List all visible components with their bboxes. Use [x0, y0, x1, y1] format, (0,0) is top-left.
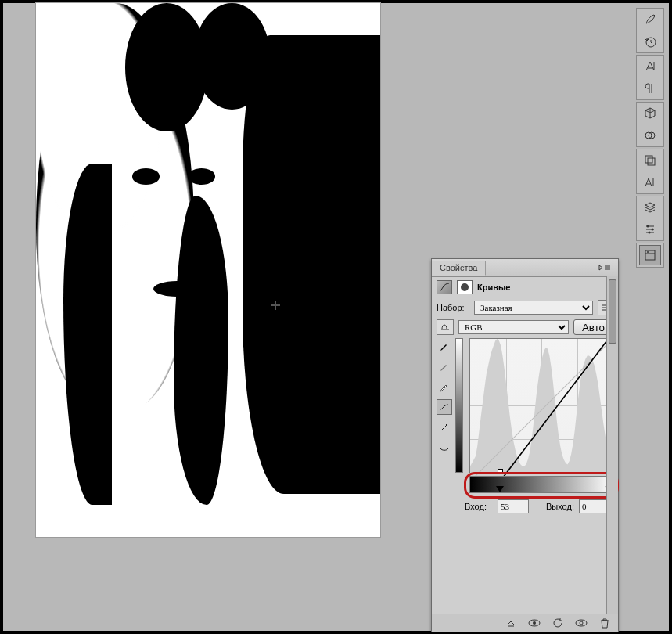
curve-draw-mode-button[interactable]	[437, 420, 452, 435]
adjustment-header: Кривые	[432, 277, 618, 297]
curves-adjustment-icon	[437, 280, 452, 294]
cube-3d-icon[interactable]	[640, 104, 660, 123]
paragraph-icon[interactable]	[640, 79, 660, 98]
app-frame: Свойства Кривые Набор: Заказная	[3, 3, 669, 631]
output-gradient	[455, 338, 463, 473]
curve-edit-mode-button[interactable]	[437, 399, 452, 415]
channel-row: RGB Авто	[432, 318, 618, 337]
properties-icon[interactable]	[639, 245, 661, 265]
brush-icon[interactable]	[640, 10, 660, 29]
adjustment-title: Кривые	[477, 283, 510, 292]
preset-label: Набор:	[437, 303, 469, 312]
preset-row: Набор: Заказная	[432, 297, 618, 318]
panel-footer	[432, 614, 618, 632]
view-previous-icon[interactable]	[527, 616, 541, 630]
document-artboard[interactable]	[36, 3, 380, 537]
smooth-curve-button[interactable]	[437, 440, 452, 456]
targeted-adjust-button[interactable]	[437, 319, 454, 335]
eyedropper-gray-icon[interactable]	[437, 358, 452, 374]
input-output-row: Вход: Выход:	[432, 495, 618, 515]
curves-tool-column	[437, 338, 451, 495]
svg-point-1	[533, 621, 536, 625]
delete-icon[interactable]	[598, 616, 612, 630]
panel-scrollbar[interactable]	[606, 276, 618, 614]
panel-menu-button[interactable]	[595, 262, 615, 273]
threshold-portrait	[36, 3, 380, 537]
adjust-icon[interactable]	[640, 220, 660, 239]
materials-icon[interactable]	[640, 126, 660, 145]
properties-panel: Свойства Кривые Набор: Заказная	[431, 258, 619, 632]
tab-properties[interactable]: Свойства	[432, 261, 486, 276]
eyedropper-white-icon[interactable]	[437, 379, 452, 394]
history-icon[interactable]	[640, 32, 660, 51]
svg-point-10	[652, 229, 654, 231]
layers-icon[interactable]	[640, 198, 660, 217]
panel-tab-bar: Свойства	[432, 259, 618, 277]
input-value-field[interactable]	[498, 499, 529, 513]
clip-to-layer-icon[interactable]	[504, 616, 518, 630]
layers-comp-icon[interactable]	[640, 151, 660, 170]
output-value-field[interactable]	[579, 499, 610, 513]
curve-line	[470, 339, 613, 481]
input-gradient-slider[interactable]	[469, 476, 613, 493]
eyedropper-black-icon[interactable]	[437, 338, 452, 354]
annotation-highlight	[464, 472, 619, 499]
channel-select[interactable]: RGB	[458, 320, 569, 334]
curves-graph[interactable]	[469, 338, 613, 473]
svg-rect-12	[645, 250, 655, 260]
input-label: Вход:	[465, 502, 493, 511]
character-icon[interactable]	[640, 57, 660, 76]
black-point-slider[interactable]	[496, 486, 504, 492]
svg-point-13	[647, 251, 649, 253]
svg-point-9	[647, 225, 649, 228]
curve-point-black[interactable]	[498, 469, 503, 474]
output-label: Выход:	[546, 502, 574, 511]
svg-rect-7	[645, 156, 652, 163]
svg-point-3	[580, 621, 583, 625]
reset-icon[interactable]	[551, 616, 565, 630]
right-dock	[636, 8, 664, 268]
curves-graph-wrap	[469, 338, 613, 495]
char-styles-icon[interactable]	[640, 173, 660, 192]
layer-mask-icon[interactable]	[457, 280, 473, 294]
preset-select[interactable]: Заказная	[474, 301, 593, 315]
svg-point-11	[649, 232, 651, 234]
curves-body	[432, 337, 618, 495]
svg-point-2	[576, 620, 587, 626]
svg-rect-8	[648, 158, 655, 165]
toggle-visibility-icon[interactable]	[574, 616, 588, 630]
